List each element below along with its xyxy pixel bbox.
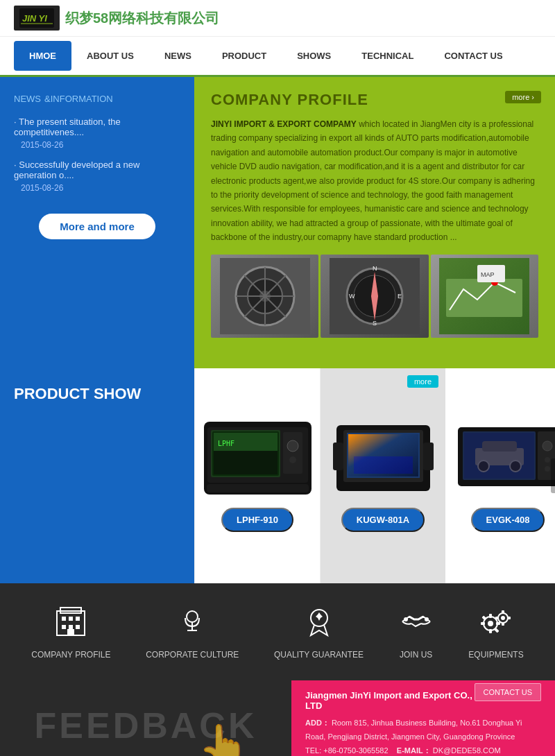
icon-equipments-label: EQUIPMENTS: [468, 650, 523, 660]
news-item-2: Successfully developed a new generation …: [14, 160, 180, 193]
svg-rect-33: [283, 432, 302, 474]
logo: JIN YI 织梦58网络科技有限公司: [14, 6, 219, 31]
building-icon: [53, 604, 88, 642]
news-item-1: The present situation, the competitivene…: [14, 117, 180, 150]
lphf-image: LPHF: [204, 422, 311, 495]
nav-news[interactable]: NEWS: [149, 41, 207, 71]
svg-rect-83: [502, 610, 504, 614]
company-images: N S W E: [211, 255, 538, 338]
svg-rect-66: [67, 629, 74, 635]
svg-text:N: N: [373, 265, 377, 272]
handshake-icon: [399, 604, 434, 642]
product-title: PRODUCT SHOW: [14, 385, 141, 403]
svg-rect-53: [464, 433, 534, 479]
svg-point-35: [289, 456, 296, 463]
icons-section: COMPANY PROFILE CORPORATE CULTURE QUALIT…: [0, 583, 555, 680]
email-value: DK@DEDE58.COM: [433, 746, 501, 755]
nav-contact[interactable]: CONTACT US: [429, 41, 518, 71]
company-image-2: N S W E: [321, 255, 428, 338]
nav-technical[interactable]: TECHNICAL: [346, 41, 429, 71]
company-text: JINYI IMPORT & EXPORT COMPAMY which loca…: [211, 117, 538, 245]
svg-rect-75: [489, 614, 492, 618]
icon-join-label: JOIN US: [400, 650, 432, 660]
product-more[interactable]: more: [407, 375, 438, 388]
svg-rect-42: [354, 456, 413, 474]
more-button[interactable]: More and more: [39, 214, 155, 239]
svg-rect-76: [489, 629, 492, 633]
product-label: PRODUCT SHOW: [0, 368, 194, 583]
email-label: E-MAIL：: [397, 746, 431, 755]
map-image: MAP: [439, 258, 529, 334]
company-image-3: MAP: [431, 255, 538, 338]
nav-about[interactable]: ABOUT US: [71, 41, 149, 71]
company-name: JINYI IMPORT & EXPORT COMPAMY: [211, 119, 357, 129]
product-badge-3[interactable]: EVGK-408: [471, 508, 545, 532]
svg-rect-60: [62, 617, 66, 621]
news-link-1[interactable]: The present situation, the competitivene…: [14, 117, 180, 137]
nav-product[interactable]: PRODUCT: [207, 41, 282, 71]
news-date-2: 2015-08-26: [14, 183, 180, 193]
icon-quality[interactable]: QUALITY GUARANTEE: [274, 604, 364, 660]
svg-text:E: E: [398, 293, 402, 300]
product-item-2: more: [321, 368, 445, 583]
product-image-1: LPHF: [202, 420, 313, 497]
product-image-3: [452, 420, 555, 497]
svg-point-55: [543, 441, 552, 451]
product-badge-2[interactable]: KUGW-801A: [341, 508, 425, 532]
compass-image: N S W E: [330, 258, 420, 334]
svg-point-82: [501, 616, 505, 620]
address-label: ADD：: [305, 719, 330, 727]
logo-icon: JIN YI: [19, 8, 54, 28]
svg-point-56: [545, 457, 550, 463]
icon-corporate-label: CORPORATE CULTURE: [146, 650, 239, 660]
contact-address: ADD： Room 815, Jinhua Business Building,…: [305, 716, 541, 744]
icon-corporate[interactable]: CORPORATE CULTURE: [146, 604, 239, 660]
svg-rect-64: [69, 625, 73, 629]
svg-rect-79: [481, 615, 486, 620]
kugw-image: [333, 422, 434, 495]
evgk-image: [454, 422, 556, 495]
news-title: NEWS &INFORMATION: [14, 91, 180, 105]
svg-rect-77: [481, 622, 485, 625]
news-date-1: 2015-08-26: [14, 140, 180, 150]
svg-point-72: [425, 617, 429, 621]
nav-home[interactable]: HMOE: [14, 41, 71, 71]
award-icon: [302, 604, 336, 642]
feedback-side: FEEDBACK 👆: [0, 680, 291, 756]
svg-text:MAP: MAP: [481, 271, 495, 278]
nav-shows[interactable]: SHOWS: [282, 41, 346, 71]
svg-rect-65: [76, 625, 80, 629]
top-section: NEWS &INFORMATION The present situation,…: [0, 77, 555, 368]
news-link-2[interactable]: Successfully developed a new generation …: [14, 160, 180, 180]
company-more[interactable]: more: [505, 91, 541, 103]
svg-rect-44: [423, 443, 434, 470]
tel-label: TEL:: [305, 746, 321, 755]
contact-tel-email: TEL: +86-0750-3065582 E-MAIL： DK@DEDE58.…: [305, 744, 541, 756]
svg-rect-62: [76, 617, 80, 621]
tel-value: +86-0750-3065582: [323, 746, 388, 755]
news-subtitle: &INFORMATION: [44, 94, 113, 104]
icon-quality-label: QUALITY GUARANTEE: [274, 650, 364, 660]
icon-company-profile[interactable]: COMPANY PROFILE: [31, 604, 110, 660]
svg-rect-84: [502, 622, 504, 626]
svg-text:W: W: [349, 293, 355, 300]
svg-rect-43: [333, 443, 343, 470]
product-next-button[interactable]: ›: [551, 458, 555, 493]
svg-rect-63: [62, 625, 66, 629]
icon-equipments[interactable]: EQUIPMENTS: [468, 604, 523, 660]
svg-point-71: [404, 617, 408, 621]
gear-icon: [475, 604, 517, 642]
icon-company-label: COMPANY PROFILE: [31, 650, 110, 660]
hand-icon: 👆: [198, 721, 250, 756]
product-badge-1[interactable]: LPHF-910: [221, 508, 293, 532]
svg-text:JIN YI: JIN YI: [22, 13, 47, 24]
icon-join[interactable]: JOIN US: [399, 604, 434, 660]
contact-section: FEEDBACK 👆 CONTACT US Jiangmen JinYi Imp…: [0, 680, 555, 756]
svg-point-67: [187, 611, 198, 622]
contact-info: CONTACT US Jiangmen JinYi Import and Exp…: [291, 680, 555, 756]
svg-rect-78: [496, 622, 500, 625]
company-image-1: [211, 255, 318, 338]
product-item-1: LPHF LPHF-910: [194, 368, 321, 583]
wheel-image: [220, 258, 310, 334]
contact-us-button[interactable]: CONTACT US: [475, 683, 542, 701]
